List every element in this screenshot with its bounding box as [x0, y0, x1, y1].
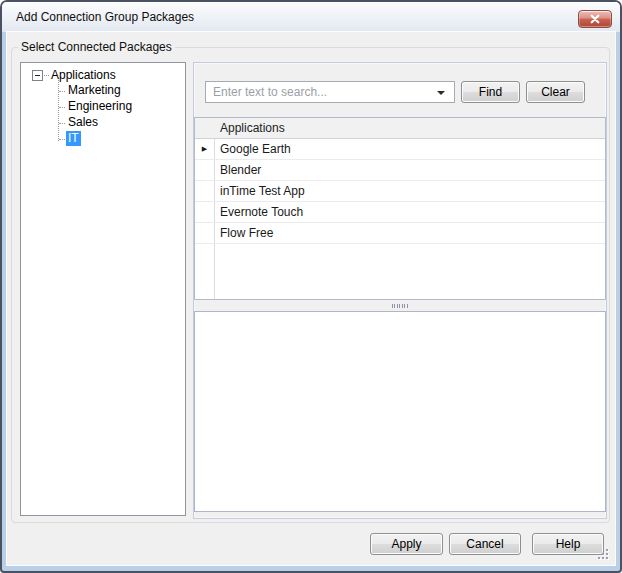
- tree-item[interactable]: Engineering: [21, 99, 185, 115]
- tree-item-label[interactable]: Marketing: [66, 83, 123, 98]
- tree-item[interactable]: Sales: [21, 115, 185, 131]
- search-combobox[interactable]: [205, 81, 455, 103]
- table-cell-application[interactable]: Google Earth: [220, 139, 605, 159]
- tree-root-label[interactable]: Applications: [49, 67, 118, 83]
- find-button[interactable]: Find: [461, 81, 520, 103]
- table-row[interactable]: inTime Test App: [195, 181, 605, 202]
- grid-header-label: Applications: [220, 118, 605, 138]
- cancel-button[interactable]: Cancel: [449, 533, 521, 555]
- right-arrow-icon: ▶: [195, 139, 214, 159]
- table-cell-application[interactable]: Blender: [220, 160, 605, 180]
- title-bar[interactable]: Add Connection Group Packages: [2, 2, 620, 32]
- minus-expander-icon[interactable]: [32, 70, 43, 81]
- table-cell-application[interactable]: Evernote Touch: [220, 202, 605, 222]
- dialog-add-connection-group-packages: Add Connection Group Packages Select Con…: [0, 0, 622, 573]
- right-arrow-icon: [195, 160, 214, 180]
- right-arrow-icon: [195, 202, 214, 222]
- splitter-grip-icon[interactable]: [392, 304, 408, 308]
- table-row[interactable]: ▶ Google Earth: [195, 139, 605, 160]
- table-cell-application[interactable]: inTime Test App: [220, 181, 605, 201]
- table-cell-application[interactable]: Flow Free: [220, 223, 605, 243]
- grid-rows: ▶ Google Earth Blender inTime Test App E…: [195, 139, 605, 244]
- help-button[interactable]: Help: [532, 533, 604, 555]
- details-panel[interactable]: [194, 311, 606, 512]
- tree-item-label[interactable]: IT: [66, 131, 81, 146]
- chevron-down-icon[interactable]: [437, 91, 445, 95]
- tree-item[interactable]: IT: [21, 131, 185, 147]
- right-arrow-icon: [195, 223, 214, 243]
- horizontal-splitter[interactable]: [194, 300, 606, 311]
- tree-item-label[interactable]: Engineering: [66, 99, 134, 114]
- apply-button[interactable]: Apply: [370, 533, 443, 555]
- tree-children: Marketing Engineering Sales IT: [21, 83, 185, 147]
- search-input[interactable]: [206, 82, 441, 102]
- table-row[interactable]: Blender: [195, 160, 605, 181]
- applications-grid[interactable]: Applications ▶ Google Earth Blender inTi…: [194, 117, 606, 300]
- table-row[interactable]: Flow Free: [195, 223, 605, 244]
- tree-root-row[interactable]: Applications: [21, 67, 185, 83]
- resize-grip-icon[interactable]: [598, 549, 610, 561]
- close-button[interactable]: [578, 10, 612, 28]
- close-icon: [591, 15, 600, 24]
- right-arrow-icon: [195, 181, 214, 201]
- grid-column-header[interactable]: Applications: [195, 118, 605, 139]
- clear-button[interactable]: Clear: [526, 81, 585, 103]
- tree-item[interactable]: Marketing: [21, 83, 185, 99]
- window-title: Add Connection Group Packages: [16, 2, 194, 32]
- table-row[interactable]: Evernote Touch: [195, 202, 605, 223]
- tree-item-label[interactable]: Sales: [66, 115, 100, 130]
- groupbox-label: Select Connected Packages: [18, 40, 175, 54]
- packages-tree[interactable]: Applications Marketing Engineering Sales…: [20, 62, 186, 516]
